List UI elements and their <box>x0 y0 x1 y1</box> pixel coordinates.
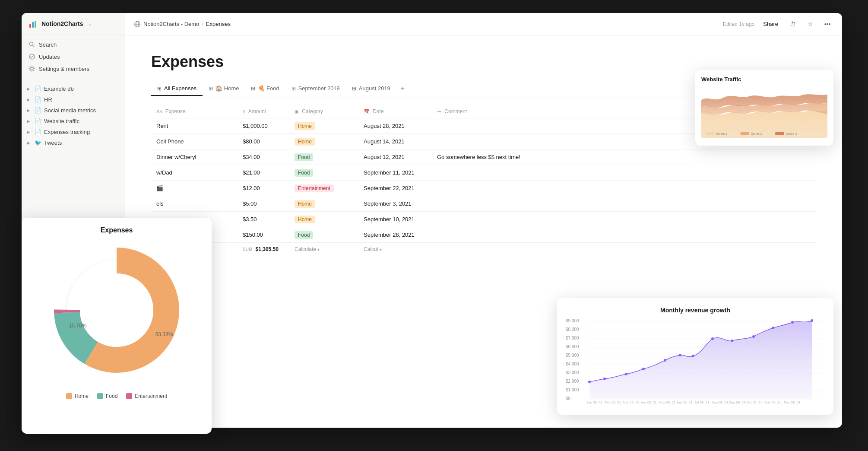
calculate-chevron: ▾ <box>317 247 320 252</box>
sidebar-item-search[interactable]: Search <box>22 38 125 51</box>
updates-label: Updates <box>39 54 60 60</box>
svg-point-65 <box>80 273 153 347</box>
legend-item-home: Home <box>66 393 89 399</box>
breadcrumb-parent: Notion2Charts - Demo <box>143 21 199 27</box>
expense-date: September 11, 2021 <box>358 165 432 181</box>
svg-point-41 <box>679 354 681 356</box>
sidebar-item-hr[interactable]: ▶ 📄 HR <box>22 94 125 105</box>
svg-text:$3,000: $3,000 <box>566 370 579 375</box>
table-icon: ⊞ <box>209 86 213 92</box>
svg-text:Sep 08, 21: Sep 08, 21 <box>729 400 746 403</box>
edited-text: Edited 1y ago <box>723 21 754 27</box>
document-icon: 📄 <box>35 118 41 124</box>
breadcrumb-sep: / <box>202 21 203 27</box>
chevron-icon: ⌄ <box>88 21 92 27</box>
svg-point-43 <box>711 337 714 340</box>
expense-category: Home <box>289 196 358 212</box>
expense-amount: $21.00 <box>238 165 289 181</box>
revenue-chart: $9,000 $8,000 $7,000 $6,000 $5,000 $4,00… <box>566 317 825 403</box>
expense-date: September 28, 2021 <box>358 227 432 243</box>
expense-comment <box>432 196 816 212</box>
document-icon: 📄 <box>35 86 41 92</box>
expense-amount: $3.50 <box>238 212 289 227</box>
category-badge: Entertainment <box>295 184 334 192</box>
expense-category: Home <box>289 118 358 134</box>
table-row[interactable]: opping $150.00 Food September 28, 2021 <box>151 227 816 243</box>
sidebar-item-label: Expenses tracking <box>44 129 90 135</box>
table-icon: ⊞ <box>291 86 296 92</box>
tab-label: August 2019 <box>359 85 390 92</box>
svg-text:Jan 08, 21: Jan 08, 21 <box>586 400 603 403</box>
expense-name: Cell Phone <box>151 134 238 149</box>
table-row[interactable]: 🎬 $12.00 Entertainment September 22, 202… <box>151 181 816 196</box>
tab-home[interactable]: ⊞ 🏠 Home <box>203 82 245 96</box>
col-label: Expense <box>165 108 186 114</box>
sidebar-item-tweets[interactable]: ▶ 🐦 Tweets <box>22 137 125 148</box>
share-button[interactable]: Share <box>760 19 782 29</box>
svg-point-36 <box>588 381 591 383</box>
svg-text:Oct 08, 21: Oct 08, 21 <box>746 400 762 403</box>
settings-label: Settings & members <box>39 66 89 72</box>
add-tab-button[interactable]: + <box>396 81 409 96</box>
svg-text:Series 1: Series 1 <box>716 132 727 136</box>
legend-item-entertainment: Entertainment <box>126 393 167 399</box>
topbar: Notion2Charts - Demo / Expenses Edited 1… <box>125 13 842 35</box>
category-badge: Home <box>295 216 315 223</box>
legend-label-home: Home <box>75 393 89 399</box>
tab-all-expenses[interactable]: ⊞ All Expenses <box>151 82 203 96</box>
tab-september-2019[interactable]: ⊞ September 2019 <box>285 82 346 96</box>
website-traffic-chart: Series 1 Series 2 Series 3 <box>701 86 827 138</box>
bird-icon: 🐦 <box>35 140 41 146</box>
tab-august-2019[interactable]: ⊞ August 2019 <box>346 82 396 96</box>
tab-label: 🏠 Home <box>215 85 239 92</box>
more-button[interactable]: ••• <box>821 18 833 30</box>
clock-button[interactable]: ⏱ <box>787 18 799 30</box>
category-badge: Home <box>295 200 315 208</box>
updates-icon <box>29 53 35 60</box>
table-row[interactable]: Dinner w/Cheryl $34.00 Food August 12, 2… <box>151 149 816 165</box>
sidebar-item-expenses-tracking[interactable]: ▶ 📄 Expenses tracking <box>22 127 125 137</box>
svg-text:Dec 08, 21: Dec 08, 21 <box>784 400 801 403</box>
calculate-chevron: ▾ <box>380 247 382 252</box>
expense-category: Food <box>289 165 358 181</box>
sidebar-item-example-db[interactable]: ▶ 📄 Example db <box>22 83 125 94</box>
svg-text:Jul 08, 21: Jul 08, 21 <box>694 400 710 403</box>
svg-text:15.70%: 15.70% <box>69 323 87 329</box>
table-icon: ⊞ <box>251 86 255 92</box>
sum-value: $1,305.50 <box>256 246 279 252</box>
expense-comment <box>432 165 816 181</box>
svg-text:May 08, 21: May 08, 21 <box>659 400 676 403</box>
table-row[interactable]: w/Dad $21.00 Food September 11, 2021 <box>151 165 816 181</box>
expense-amount: $150.00 <box>238 227 289 243</box>
sidebar-header[interactable]: Notion2Charts ⌄ <box>22 13 125 35</box>
category-calculate-footer[interactable]: Calculate ▾ <box>289 243 358 256</box>
table-row[interactable]: els $5.00 Home September 3, 2021 <box>151 196 816 212</box>
svg-text:Jun 08, 21: Jun 08, 21 <box>676 400 693 403</box>
sidebar-item-label: HR <box>44 96 52 103</box>
svg-point-6 <box>31 67 33 70</box>
donut-chart-card: Expenses 83.38% 15.70% <box>22 218 212 434</box>
expense-amount: $80.00 <box>238 134 289 149</box>
page-body: Expenses ⊞ All Expenses ⊞ 🏠 Home ⊞ 🍕 Foo… <box>125 35 842 428</box>
date-calculate-footer[interactable]: Calcul ▾ <box>358 243 432 256</box>
sidebar-item-website-traffic[interactable]: ▶ 📄 Website traffic <box>22 116 125 127</box>
table-row[interactable]: $3.50 Home September 10, 2021 <box>151 212 816 227</box>
col-label: Amount <box>248 108 266 114</box>
svg-point-40 <box>664 359 666 362</box>
svg-text:Feb 08, 21: Feb 08, 21 <box>605 400 621 403</box>
svg-text:Apr 08, 21: Apr 08, 21 <box>641 400 657 403</box>
expense-comment <box>432 181 816 196</box>
sidebar-item-label: Website traffic <box>44 118 79 124</box>
tab-food[interactable]: ⊞ 🍕 Food <box>245 82 285 96</box>
table-footer-row: Calculate ▾ SUM $1,305.50 Calculate ▾ <box>151 243 816 256</box>
sidebar-item-social-media[interactable]: ▶ 📄 Social media metrics <box>22 105 125 116</box>
star-button[interactable]: ☆ <box>804 18 816 30</box>
svg-text:$2,000: $2,000 <box>566 379 579 384</box>
sidebar-item-updates[interactable]: Updates <box>22 51 125 63</box>
sidebar-item-settings[interactable]: Settings & members <box>22 63 125 75</box>
svg-text:$7,000: $7,000 <box>566 336 579 340</box>
legend-color-home <box>66 393 72 399</box>
svg-point-48 <box>811 319 813 322</box>
expense-date: September 3, 2021 <box>358 196 432 212</box>
svg-rect-12 <box>741 132 749 135</box>
